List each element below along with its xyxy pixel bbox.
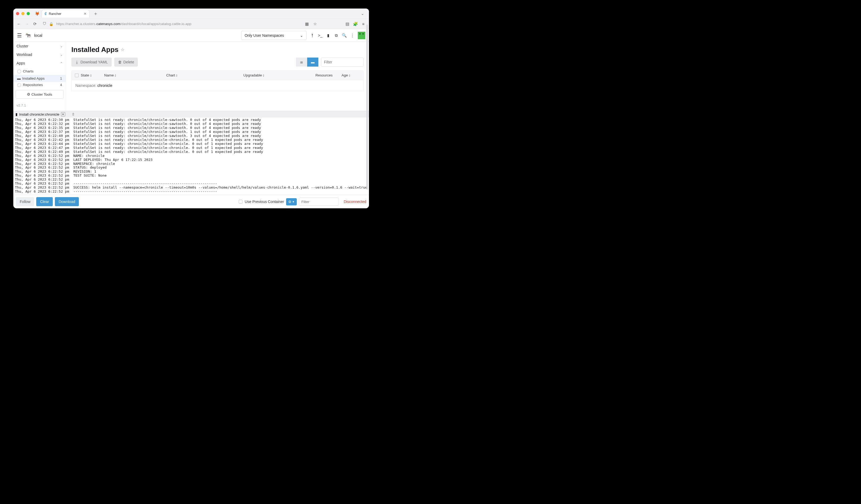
table-header: State▴▾ Name▴▾ Chart▴▾ Upgradable▴▾ Reso… [71, 70, 364, 80]
clear-button[interactable]: Clear [36, 197, 53, 206]
count-badge: 4 [60, 83, 62, 87]
log-panel: ▮ Install chronicle:chronicle ✕ ⇳ Thu, A… [13, 111, 369, 208]
bookmark-star-icon[interactable]: ☆ [313, 22, 317, 26]
sidebar-subitem-charts[interactable]: ◯ Charts [13, 67, 66, 75]
log-panel-footer: Follow Clear Download Use Previous Conta… [13, 195, 369, 208]
sort-icon: ▴▾ [176, 74, 177, 77]
window-scrollbar[interactable] [366, 25, 368, 190]
kebab-menu-icon[interactable]: ⋮ [350, 33, 355, 38]
import-icon[interactable]: ⭱ [310, 33, 315, 38]
extensions-icon[interactable]: 🧩 [353, 22, 358, 26]
use-prev-checkbox[interactable] [239, 200, 243, 204]
version-label: v2.7.1 [13, 101, 66, 109]
delete-button[interactable]: 🗑 Delete [114, 57, 138, 67]
forward-button[interactable]: → [25, 22, 29, 26]
close-window-icon[interactable] [16, 12, 19, 15]
col-state[interactable]: State▴▾ [81, 73, 102, 77]
download-log-button[interactable]: Download [55, 197, 79, 206]
tabs-dropdown-icon[interactable]: ⌄ [359, 12, 366, 16]
sort-icon: ▴▾ [90, 74, 92, 77]
button-label: Delete [123, 60, 134, 64]
shell-icon[interactable]: >_ [318, 33, 323, 38]
use-prev-label: Use Previous Container [245, 200, 284, 204]
search-icon[interactable]: 🔍 [342, 33, 346, 38]
sidebar-item-workload[interactable]: Workload ⌄ [13, 50, 66, 59]
reload-button[interactable]: ⟳ [32, 22, 37, 26]
sidebar-item-apps[interactable]: Apps ⌃ [13, 59, 66, 67]
url-text: https://rancher.a.clusters.catenasys.com… [56, 22, 191, 26]
browser-menu-icon[interactable]: ≡ [361, 22, 366, 26]
list-view-button[interactable]: ≣ [296, 57, 307, 67]
namespace-filter-dropdown[interactable]: Only User Namespaces ⌄ [241, 31, 306, 40]
document-icon[interactable]: ▮ [326, 33, 331, 38]
log-settings-button[interactable]: ⚙▼ [286, 198, 297, 205]
sidebar-subitem-repositories[interactable]: ◯ Repositories 4 [13, 82, 66, 87]
namespace-filter-value: Only User Namespaces [245, 33, 284, 38]
action-toolbar: ⭳ Download YAML 🗑 Delete ≣ ▬ [71, 57, 364, 67]
apps-grid-icon[interactable]: ▤ [345, 22, 350, 26]
sort-icon: ▴▾ [263, 74, 264, 77]
close-tab-icon[interactable]: ✕ [84, 12, 86, 16]
sort-icon: ▴▾ [115, 74, 116, 77]
cluster-name[interactable]: local [34, 33, 42, 38]
sidebar-label: Cluster [16, 44, 28, 48]
close-log-button[interactable]: ✕ [61, 112, 65, 117]
list-icon: ≣ [300, 60, 303, 64]
subitem-label: Installed Apps [22, 77, 45, 80]
col-age[interactable]: Age▴▾ [342, 73, 360, 77]
namespace-value: chronicle [97, 83, 112, 87]
address-bar[interactable]: ⛉ 🔒 https://rancher.a.clusters.catenasys… [41, 22, 301, 26]
circle-icon: ◯ [17, 83, 21, 87]
lock-icon: 🔒 [49, 22, 54, 26]
rancher-logo-icon: 🐄 [25, 32, 31, 38]
col-chart[interactable]: Chart▴▾ [166, 73, 241, 77]
shield-icon: ⛉ [43, 22, 46, 26]
gear-icon: ⚙ [27, 93, 30, 96]
folder-icon: ▬ [17, 77, 21, 80]
browser-tab[interactable]: ₡ Rancher ✕ [42, 10, 90, 17]
col-upgradable[interactable]: Upgradable▴▾ [243, 73, 313, 77]
window-controls[interactable] [16, 12, 30, 15]
tab-favicon: ₡ [44, 12, 46, 16]
col-name[interactable]: Name▴▾ [104, 73, 164, 77]
cluster-tools-button[interactable]: ⚙ Cluster Tools [15, 90, 64, 98]
count-badge: 1 [60, 77, 62, 80]
col-resources[interactable]: Resources [315, 73, 339, 77]
favorite-star-icon[interactable]: ☆ [121, 47, 124, 52]
filter-input[interactable] [321, 57, 364, 67]
minimize-window-icon[interactable] [21, 12, 25, 15]
circle-icon: ◯ [17, 69, 21, 73]
log-filter-input[interactable] [299, 197, 339, 206]
qr-icon[interactable]: ▦ [304, 22, 309, 26]
sidebar-label: Workload [16, 53, 32, 57]
menu-toggle-icon[interactable]: ☰ [17, 32, 22, 39]
document-icon: ▮ [15, 112, 17, 117]
chevron-down-icon: ▼ [292, 200, 295, 203]
namespace-label: Namespace: [76, 83, 97, 87]
sort-icon: ▴▾ [349, 74, 350, 77]
sidebar-item-cluster[interactable]: Cluster ⌄ [13, 42, 66, 50]
gear-icon: ⚙ [288, 200, 291, 204]
download-yaml-button[interactable]: ⭳ Download YAML [71, 57, 112, 67]
user-avatar[interactable] [358, 32, 365, 39]
view-toggle: ≣ ▬ [296, 57, 318, 67]
grid-view-button[interactable]: ▬ [307, 57, 318, 67]
button-label: Download YAML [80, 60, 108, 64]
chevron-up-icon: ⌃ [60, 62, 63, 65]
chevron-down-icon: ⌄ [300, 33, 303, 38]
browser-chrome: 🦊 ₡ Rancher ✕ ＋ ⌄ ← → ⟳ ⛉ 🔒 https://ranc… [13, 9, 369, 29]
main-content: Installed Apps ☆ ⭳ Download YAML 🗑 Delet… [66, 42, 369, 111]
follow-button[interactable]: Follow [16, 197, 34, 206]
log-output[interactable]: Thu, Apr 6 2023 6:22:30 pm StatefulSet i… [13, 118, 369, 195]
maximize-window-icon[interactable] [27, 12, 30, 15]
chevron-down-icon: ⌄ [60, 53, 63, 56]
button-label: Follow [20, 200, 30, 204]
button-label: Download [59, 200, 75, 204]
back-button[interactable]: ← [16, 22, 21, 26]
new-tab-button[interactable]: ＋ [92, 10, 100, 17]
select-all-checkbox[interactable] [75, 73, 79, 77]
subitem-label: Charts [23, 69, 33, 73]
expand-icon[interactable]: ⇳ [72, 112, 75, 117]
copy-config-icon[interactable]: ⧉ [334, 33, 339, 38]
sidebar-subitem-installed-apps[interactable]: ▬ Installed Apps 1 [13, 75, 66, 82]
